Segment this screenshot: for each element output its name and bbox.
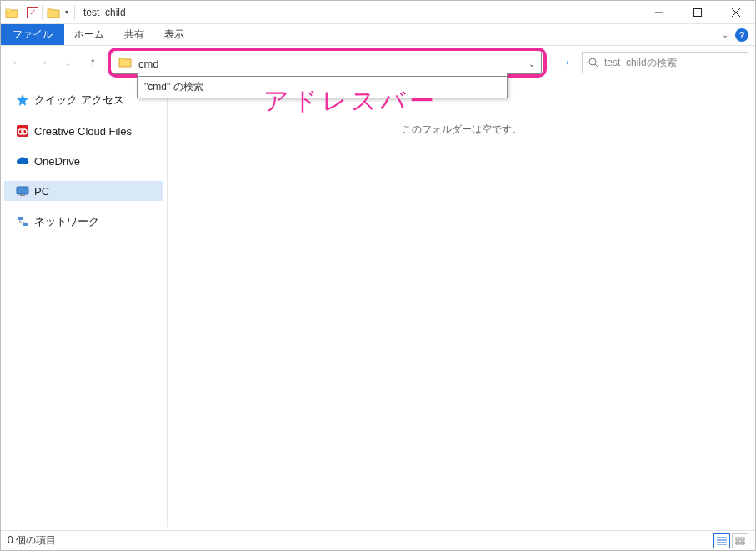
close-icon: [732, 8, 740, 17]
maximize-icon: [693, 8, 702, 17]
search-placeholder: test_childの検索: [604, 56, 677, 70]
svg-rect-10: [741, 538, 744, 540]
large-icons-view-button[interactable]: [732, 533, 748, 548]
sidebar-item-network[interactable]: ネットワーク: [4, 211, 163, 233]
sidebar-item-label: Creative Cloud Files: [34, 125, 132, 138]
ribbon-right: ⌄ ?: [715, 24, 755, 45]
home-tab[interactable]: ホーム: [64, 24, 114, 45]
address-history-dropdown-icon[interactable]: ⌄: [523, 59, 541, 68]
window-controls: [640, 1, 755, 24]
details-view-icon: [717, 537, 727, 545]
up-button[interactable]: ↑: [83, 53, 103, 73]
sidebar-item-pc[interactable]: PC: [4, 181, 163, 201]
go-button[interactable]: →: [555, 55, 575, 70]
qat-folder-icon[interactable]: [46, 5, 61, 20]
sidebar-item-onedrive[interactable]: OneDrive: [4, 151, 163, 171]
network-icon: [16, 215, 29, 228]
content-pane[interactable]: このフォルダーは空です。: [168, 81, 755, 527]
creative-cloud-icon: [16, 124, 29, 138]
title-bar: ✓ ▾ test_child: [1, 1, 755, 24]
svg-rect-8: [23, 223, 28, 226]
svg-rect-12: [741, 542, 744, 544]
separator: [42, 5, 43, 20]
search-icon: [588, 57, 599, 68]
svg-point-1: [589, 58, 596, 65]
item-count: 0 個の項目: [8, 533, 56, 548]
window-folder-icon: [4, 5, 19, 20]
help-icon[interactable]: ?: [735, 28, 748, 42]
forward-button[interactable]: →: [33, 53, 53, 73]
ribbon-tabs: ファイル ホーム 共有 表示 ⌄ ?: [1, 24, 755, 46]
svg-rect-5: [17, 187, 28, 194]
star-icon: [16, 93, 29, 107]
share-tab[interactable]: 共有: [114, 24, 154, 45]
sidebar-item-label: PC: [34, 185, 49, 198]
sidebar-item-label: OneDrive: [34, 155, 80, 168]
navigation-pane: クイック アクセス Creative Cloud Files OneDrive …: [1, 81, 168, 527]
status-bar: 0 個の項目: [1, 530, 755, 550]
svg-rect-6: [20, 195, 25, 197]
file-tab[interactable]: ファイル: [1, 24, 64, 45]
qat-dropdown-icon[interactable]: ▾: [63, 5, 71, 20]
address-bar-highlight: cmd ⌄ cmd "cmd" の検索: [108, 48, 547, 78]
quick-access-toolbar: ✓ ▾ test_child: [1, 5, 129, 20]
minimize-icon: [655, 8, 663, 17]
address-input[interactable]: cmd: [137, 58, 523, 70]
search-box[interactable]: test_childの検索: [582, 52, 748, 73]
pc-icon: [16, 184, 29, 198]
sidebar-item-label: クイック アクセス: [34, 93, 124, 108]
navigation-row: ← → ⌄ ↑ cmd ⌄ cmd "cmd" の検索 → test_child…: [1, 46, 755, 79]
properties-icon[interactable]: ✓: [27, 7, 38, 18]
maximize-button[interactable]: [678, 1, 717, 24]
separator: [74, 5, 75, 20]
body-area: クイック アクセス Creative Cloud Files OneDrive …: [1, 81, 755, 527]
empty-folder-message: このフォルダーは空です。: [402, 123, 522, 137]
sidebar-item-label: ネットワーク: [34, 214, 99, 229]
svg-rect-11: [736, 542, 739, 544]
close-button[interactable]: [717, 1, 755, 24]
view-switcher: [713, 533, 748, 548]
window-title: test_child: [78, 7, 126, 18]
recent-locations-button[interactable]: ⌄: [58, 53, 78, 73]
minimize-button[interactable]: [640, 1, 678, 24]
address-search-suggestion[interactable]: "cmd" の検索: [138, 77, 507, 98]
svg-rect-7: [18, 217, 23, 220]
large-icons-view-icon: [735, 537, 745, 545]
collapse-ribbon-icon[interactable]: ⌄: [722, 30, 728, 39]
details-view-button[interactable]: [713, 533, 730, 548]
address-suggestions: cmd "cmd" の検索: [137, 73, 508, 98]
onedrive-icon: [16, 154, 29, 168]
svg-rect-9: [736, 538, 739, 540]
view-tab[interactable]: 表示: [154, 24, 194, 45]
sidebar-item-creative-cloud[interactable]: Creative Cloud Files: [4, 121, 163, 141]
back-button[interactable]: ←: [8, 53, 28, 73]
separator: [23, 5, 23, 20]
svg-rect-0: [694, 8, 702, 16]
address-folder-icon: [118, 56, 133, 71]
address-bar[interactable]: cmd ⌄ cmd "cmd" の検索: [113, 53, 542, 74]
